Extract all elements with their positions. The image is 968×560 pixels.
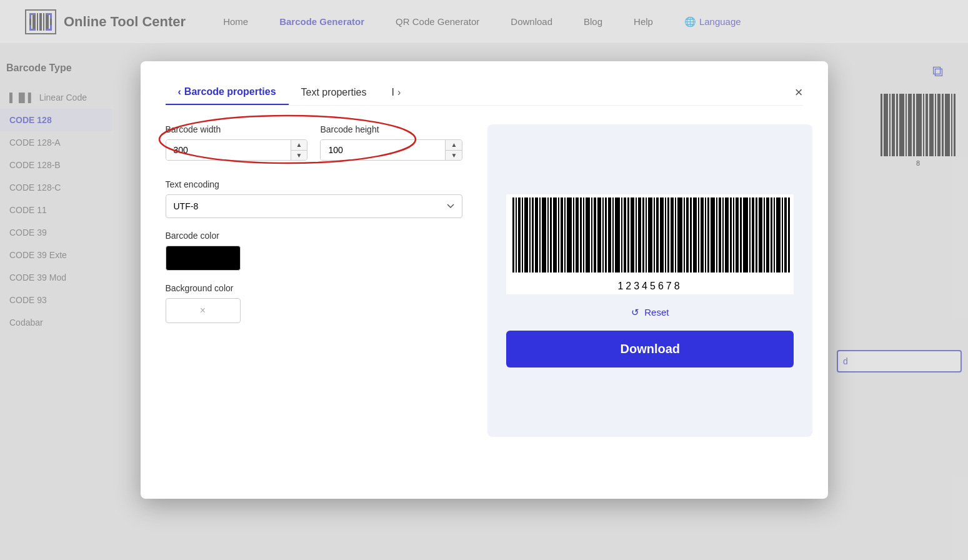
svg-rect-39 [522, 198, 523, 272]
svg-rect-96 [730, 198, 732, 272]
modal-left-panel: Barcode width ▲ ▼ Barcode height [166, 124, 463, 437]
height-spinner: ▲ ▼ [445, 140, 462, 160]
barcode-width-group: Barcode width ▲ ▼ [166, 124, 308, 161]
svg-rect-60 [597, 198, 601, 272]
barcode-width-label: Barcode width [166, 124, 308, 134]
svg-rect-88 [701, 198, 704, 272]
svg-rect-97 [733, 198, 734, 272]
barcode-height-input-container: ▲ ▼ [320, 139, 462, 161]
dimensions-row: Barcode width ▲ ▼ Barcode height [166, 124, 463, 161]
background-color-swatch[interactable]: × [166, 298, 241, 323]
width-up-button[interactable]: ▲ [291, 140, 307, 151]
barcode-color-swatch[interactable] [166, 246, 241, 271]
tab-barcode-properties[interactable]: ‹ Barcode properties [166, 80, 289, 105]
text-encoding-section: Text encoding UTF-8 ASCII ISO-8859-1 [166, 179, 463, 218]
background-color-section: Background color × [166, 283, 463, 323]
svg-rect-51 [564, 198, 566, 272]
svg-rect-59 [594, 198, 596, 272]
svg-rect-112 [788, 198, 790, 272]
background-color-label: Background color [166, 283, 463, 293]
svg-rect-95 [725, 198, 729, 272]
svg-rect-72 [642, 198, 644, 272]
svg-rect-49 [558, 198, 559, 272]
svg-rect-89 [705, 198, 706, 272]
reset-icon: ↺ [631, 307, 639, 318]
svg-rect-48 [553, 198, 557, 272]
svg-rect-109 [776, 198, 781, 272]
barcode-width-input[interactable] [166, 140, 291, 160]
svg-rect-67 [624, 198, 626, 272]
svg-rect-46 [547, 198, 549, 272]
svg-rect-63 [608, 198, 611, 272]
svg-rect-47 [550, 198, 552, 272]
modal-dialog: ‹ Barcode properties Text properties I ›… [141, 61, 828, 499]
svg-rect-64 [612, 198, 614, 272]
svg-rect-98 [736, 198, 739, 272]
svg-rect-54 [576, 198, 579, 272]
width-spinner: ▲ ▼ [291, 140, 307, 160]
svg-rect-74 [648, 198, 652, 272]
svg-rect-84 [686, 198, 689, 272]
svg-rect-83 [684, 198, 685, 272]
svg-rect-65 [615, 198, 620, 272]
svg-rect-45 [542, 198, 546, 272]
svg-rect-92 [716, 198, 717, 272]
barcode-height-group: Barcode height ▲ ▼ [320, 124, 462, 161]
svg-rect-71 [638, 198, 641, 272]
svg-rect-104 [759, 198, 762, 272]
svg-rect-58 [591, 198, 592, 272]
svg-rect-76 [656, 198, 659, 272]
svg-rect-94 [722, 198, 724, 272]
tab-text-properties[interactable]: Text properties [289, 81, 379, 104]
height-up-button[interactable]: ▲ [446, 140, 462, 151]
svg-rect-62 [605, 198, 607, 272]
svg-rect-68 [627, 198, 629, 272]
barcode-color-label: Barcode color [166, 231, 463, 241]
download-button[interactable]: Download [506, 331, 794, 368]
svg-rect-36 [512, 198, 514, 272]
svg-rect-73 [646, 198, 647, 272]
svg-rect-105 [764, 198, 765, 272]
svg-rect-93 [719, 198, 721, 272]
svg-rect-40 [524, 198, 528, 272]
svg-rect-70 [636, 198, 637, 272]
width-down-button[interactable]: ▼ [291, 151, 307, 161]
reset-button[interactable]: ↺ Reset [631, 307, 669, 318]
svg-rect-99 [740, 198, 742, 272]
svg-rect-77 [660, 198, 664, 272]
text-encoding-label: Text encoding [166, 179, 463, 189]
svg-rect-81 [675, 198, 676, 272]
svg-rect-79 [667, 198, 669, 272]
svg-rect-75 [654, 198, 655, 272]
barcode-width-input-container: ▲ ▼ [166, 139, 308, 161]
barcode-height-input[interactable] [321, 140, 445, 160]
svg-rect-50 [561, 198, 563, 272]
chevron-right-icon: › [397, 87, 401, 98]
svg-rect-80 [671, 198, 674, 272]
svg-rect-100 [743, 198, 748, 272]
svg-rect-103 [756, 198, 757, 272]
svg-rect-111 [784, 198, 787, 272]
svg-rect-55 [580, 198, 582, 272]
svg-rect-86 [693, 198, 697, 272]
svg-rect-57 [586, 198, 590, 272]
svg-rect-108 [774, 198, 775, 272]
barcode-height-label: Barcode height [320, 124, 462, 134]
chevron-left-icon: ‹ [178, 86, 181, 98]
svg-text:12345678: 12345678 [618, 281, 682, 291]
svg-rect-106 [766, 198, 769, 272]
modal-right-panel: 12345678 ↺ Reset Download [487, 124, 812, 437]
svg-rect-37 [516, 198, 517, 272]
svg-rect-82 [677, 198, 682, 272]
text-encoding-select[interactable]: UTF-8 ASCII ISO-8859-1 [166, 194, 463, 218]
barcode-preview: 12345678 [506, 194, 794, 294]
tab-extra[interactable]: I › [379, 81, 413, 104]
modal-close-button[interactable]: × [795, 86, 803, 99]
modal-content: Barcode width ▲ ▼ Barcode height [166, 124, 803, 437]
height-down-button[interactable]: ▼ [446, 151, 462, 161]
svg-rect-110 [782, 198, 783, 272]
svg-rect-41 [529, 198, 531, 272]
svg-rect-66 [621, 198, 622, 272]
svg-rect-107 [771, 198, 772, 272]
svg-rect-78 [665, 198, 666, 272]
